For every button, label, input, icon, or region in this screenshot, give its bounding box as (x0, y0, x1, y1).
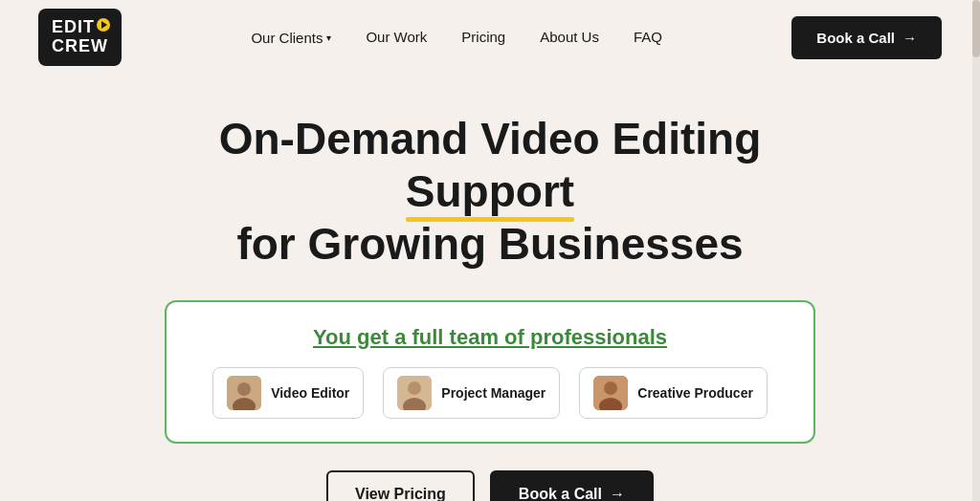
navbar: EDIT CREW Our Clients ▾ Our Work Pricing… (0, 0, 980, 75)
nav-link-our-work[interactable]: Our Work (366, 29, 427, 45)
nav-book-call-button[interactable]: Book a Call → (791, 16, 942, 59)
member-label-creative-producer: Creative Producer (637, 385, 753, 401)
main-content: On-Demand Video Editing Support for Grow… (0, 75, 980, 501)
arrow-right-icon: → (610, 486, 625, 501)
nav-item-about-us[interactable]: About Us (540, 29, 599, 46)
avatar-project-manager (397, 376, 432, 410)
hero-headline: On-Demand Video Editing Support for Grow… (155, 113, 825, 272)
nav-link-pricing[interactable]: Pricing (461, 29, 505, 45)
svg-point-4 (408, 381, 421, 395)
member-label-video-editor: Video Editor (271, 385, 349, 401)
member-chip-project-manager: Project Manager (383, 367, 560, 419)
svg-point-7 (604, 381, 617, 395)
nav-item-our-work[interactable]: Our Work (366, 29, 427, 46)
scrollbar-thumb[interactable] (972, 0, 980, 57)
avatar-video-editor (227, 376, 261, 410)
nav-item-our-clients[interactable]: Our Clients ▾ (251, 30, 331, 46)
arrow-right-icon: → (902, 30, 917, 46)
member-label-project-manager: Project Manager (441, 385, 546, 401)
view-pricing-button[interactable]: View Pricing (326, 470, 475, 501)
nav-link-our-clients[interactable]: Our Clients ▾ (251, 30, 331, 46)
nav-link-faq[interactable]: FAQ (634, 29, 662, 45)
team-box: You get a full team of professionals Vid… (165, 300, 815, 444)
logo-line2: CREW (52, 37, 108, 56)
team-box-title: You get a full team of professionals (313, 325, 667, 350)
book-call-button[interactable]: Book a Call → (490, 470, 654, 501)
headline-line1: On-Demand Video Editing Support (219, 114, 762, 216)
svg-point-1 (237, 382, 251, 396)
nav-item-faq[interactable]: FAQ (634, 29, 662, 46)
logo[interactable]: EDIT CREW (38, 9, 122, 66)
chevron-down-icon: ▾ (326, 33, 331, 43)
member-chip-creative-producer: Creative Producer (579, 367, 768, 419)
headline-line2: for Growing Businesses (236, 219, 743, 269)
member-chip-video-editor: Video Editor (212, 367, 364, 419)
scrollbar[interactable] (972, 0, 980, 501)
team-members-list: Video Editor Project Manager (212, 367, 768, 419)
avatar-creative-producer (593, 376, 628, 410)
cta-buttons: View Pricing Book a Call → (326, 470, 654, 501)
nav-links: Our Clients ▾ Our Work Pricing About Us … (251, 29, 662, 46)
nav-link-about-us[interactable]: About Us (540, 29, 599, 45)
nav-item-pricing[interactable]: Pricing (461, 29, 505, 46)
